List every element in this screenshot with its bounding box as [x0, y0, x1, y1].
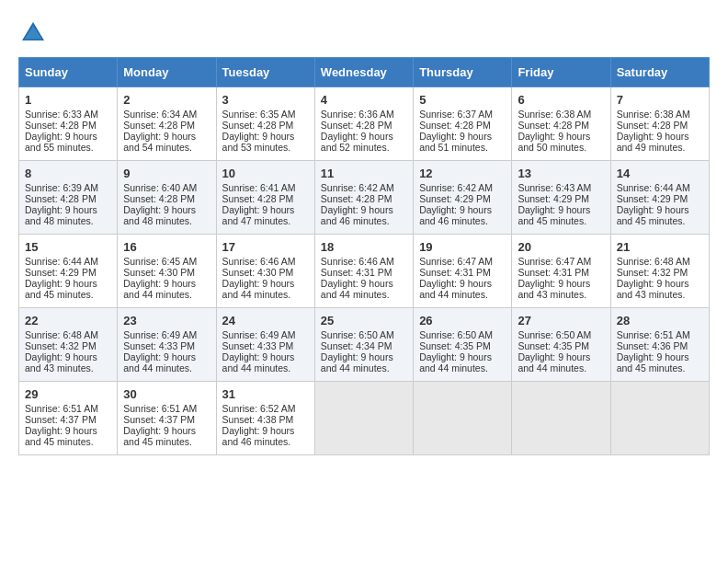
sunset: Sunset: 4:28 PM [617, 120, 688, 131]
daylight: Daylight: 9 hours and 44 minutes. [321, 278, 393, 300]
sunset: Sunset: 4:31 PM [419, 267, 491, 278]
logo [18, 18, 51, 48]
day-number: 9 [123, 167, 210, 180]
sunset: Sunset: 4:35 PM [518, 340, 589, 351]
sunrise: Sunrise: 6:48 AM [617, 256, 690, 267]
calendar-cell: 25 Sunrise: 6:50 AM Sunset: 4:34 PM Dayl… [314, 308, 413, 382]
sunset: Sunset: 4:28 PM [25, 120, 97, 131]
sunrise: Sunrise: 6:39 AM [25, 182, 98, 193]
calendar-cell: 10 Sunrise: 6:41 AM Sunset: 4:28 PM Dayl… [216, 161, 314, 235]
day-number: 27 [518, 314, 604, 327]
daylight: Daylight: 9 hours and 53 minutes. [222, 131, 295, 153]
day-number: 2 [123, 93, 210, 107]
daylight: Daylight: 9 hours and 43 minutes. [617, 278, 689, 300]
sunset: Sunset: 4:29 PM [518, 193, 589, 204]
daylight: Daylight: 9 hours and 47 minutes. [222, 204, 295, 226]
daylight: Daylight: 9 hours and 55 minutes. [25, 131, 97, 153]
calendar-cell: 17 Sunrise: 6:46 AM Sunset: 4:30 PM Dayl… [216, 235, 314, 308]
calendar-cell: 14 Sunrise: 6:44 AM Sunset: 4:29 PM Dayl… [610, 161, 709, 235]
day-number: 23 [123, 314, 210, 327]
sunrise: Sunrise: 6:44 AM [617, 182, 690, 193]
col-header-saturday: Saturday [610, 58, 709, 87]
day-number: 12 [419, 167, 506, 180]
calendar-cell: 29 Sunrise: 6:51 AM Sunset: 4:37 PM Dayl… [19, 382, 118, 455]
day-number: 26 [419, 314, 506, 327]
daylight: Daylight: 9 hours and 54 minutes. [123, 131, 196, 153]
daylight: Daylight: 9 hours and 44 minutes. [222, 278, 295, 300]
daylight: Daylight: 9 hours and 45 minutes. [518, 204, 590, 226]
sunset: Sunset: 4:28 PM [419, 120, 491, 131]
daylight: Daylight: 9 hours and 46 minutes. [321, 204, 393, 226]
sunrise: Sunrise: 6:37 AM [419, 109, 493, 120]
sunrise: Sunrise: 6:41 AM [222, 182, 296, 193]
calendar-cell: 4 Sunrise: 6:36 AM Sunset: 4:28 PM Dayli… [314, 87, 413, 161]
calendar-cell: 26 Sunrise: 6:50 AM Sunset: 4:35 PM Dayl… [414, 308, 512, 382]
daylight: Daylight: 9 hours and 48 minutes. [25, 204, 97, 226]
sunrise: Sunrise: 6:43 AM [518, 182, 591, 193]
day-number: 17 [222, 240, 309, 254]
daylight: Daylight: 9 hours and 44 minutes. [222, 351, 295, 373]
sunset: Sunset: 4:36 PM [617, 340, 688, 351]
sunrise: Sunrise: 6:49 AM [123, 329, 197, 340]
day-number: 1 [25, 93, 111, 107]
sunset: Sunset: 4:34 PM [321, 340, 392, 351]
day-number: 25 [321, 314, 407, 327]
day-number: 16 [123, 240, 210, 254]
day-number: 14 [617, 167, 703, 180]
sunset: Sunset: 4:29 PM [25, 267, 97, 278]
daylight: Daylight: 9 hours and 45 minutes. [617, 351, 689, 373]
daylight: Daylight: 9 hours and 44 minutes. [123, 278, 196, 300]
sunrise: Sunrise: 6:38 AM [518, 109, 591, 120]
calendar-cell: 31 Sunrise: 6:52 AM Sunset: 4:38 PM Dayl… [216, 382, 314, 455]
sunset: Sunset: 4:28 PM [321, 193, 392, 204]
calendar-cell: 11 Sunrise: 6:42 AM Sunset: 4:28 PM Dayl… [314, 161, 413, 235]
day-number: 13 [518, 167, 604, 180]
calendar-cell: 7 Sunrise: 6:38 AM Sunset: 4:28 PM Dayli… [610, 87, 709, 161]
daylight: Daylight: 9 hours and 52 minutes. [321, 131, 393, 153]
sunrise: Sunrise: 6:52 AM [222, 403, 296, 414]
day-number: 31 [222, 387, 309, 401]
sunrise: Sunrise: 6:51 AM [617, 329, 690, 340]
sunrise: Sunrise: 6:42 AM [419, 182, 493, 193]
day-number: 29 [25, 387, 111, 401]
calendar-body: 1 Sunrise: 6:33 AM Sunset: 4:28 PM Dayli… [19, 87, 710, 455]
col-header-monday: Monday [118, 58, 216, 87]
sunset: Sunset: 4:28 PM [123, 193, 195, 204]
daylight: Daylight: 9 hours and 51 minutes. [419, 131, 492, 153]
day-number: 6 [518, 93, 604, 107]
sunset: Sunset: 4:32 PM [25, 340, 97, 351]
sunset: Sunset: 4:28 PM [25, 193, 97, 204]
sunset: Sunset: 4:37 PM [123, 414, 195, 425]
calendar-week-3: 15 Sunrise: 6:44 AM Sunset: 4:29 PM Dayl… [19, 235, 710, 308]
day-number: 28 [617, 314, 703, 327]
day-number: 8 [25, 167, 111, 180]
daylight: Daylight: 9 hours and 50 minutes. [518, 131, 590, 153]
calendar-cell: 2 Sunrise: 6:34 AM Sunset: 4:28 PM Dayli… [118, 87, 216, 161]
daylight: Daylight: 9 hours and 44 minutes. [321, 351, 393, 373]
daylight: Daylight: 9 hours and 44 minutes. [419, 278, 492, 300]
sunrise: Sunrise: 6:49 AM [222, 329, 296, 340]
calendar-cell: 21 Sunrise: 6:48 AM Sunset: 4:32 PM Dayl… [610, 235, 709, 308]
sunrise: Sunrise: 6:50 AM [419, 329, 493, 340]
calendar-cell: 6 Sunrise: 6:38 AM Sunset: 4:28 PM Dayli… [512, 87, 610, 161]
calendar-cell: 3 Sunrise: 6:35 AM Sunset: 4:28 PM Dayli… [216, 87, 314, 161]
daylight: Daylight: 9 hours and 43 minutes. [518, 278, 590, 300]
calendar-cell [610, 382, 709, 455]
sunrise: Sunrise: 6:35 AM [222, 109, 296, 120]
calendar-cell: 19 Sunrise: 6:47 AM Sunset: 4:31 PM Dayl… [414, 235, 512, 308]
calendar-cell [414, 382, 512, 455]
col-header-friday: Friday [512, 58, 610, 87]
calendar-cell: 18 Sunrise: 6:46 AM Sunset: 4:31 PM Dayl… [314, 235, 413, 308]
daylight: Daylight: 9 hours and 44 minutes. [419, 351, 492, 373]
day-number: 30 [123, 387, 210, 401]
calendar-cell [314, 382, 413, 455]
daylight: Daylight: 9 hours and 48 minutes. [123, 204, 196, 226]
sunrise: Sunrise: 6:44 AM [25, 256, 98, 267]
sunrise: Sunrise: 6:51 AM [123, 403, 197, 414]
sunset: Sunset: 4:38 PM [222, 414, 294, 425]
sunrise: Sunrise: 6:50 AM [518, 329, 591, 340]
col-header-wednesday: Wednesday [314, 58, 413, 87]
daylight: Daylight: 9 hours and 43 minutes. [25, 351, 97, 373]
daylight: Daylight: 9 hours and 45 minutes. [25, 425, 97, 447]
sunrise: Sunrise: 6:47 AM [419, 256, 493, 267]
